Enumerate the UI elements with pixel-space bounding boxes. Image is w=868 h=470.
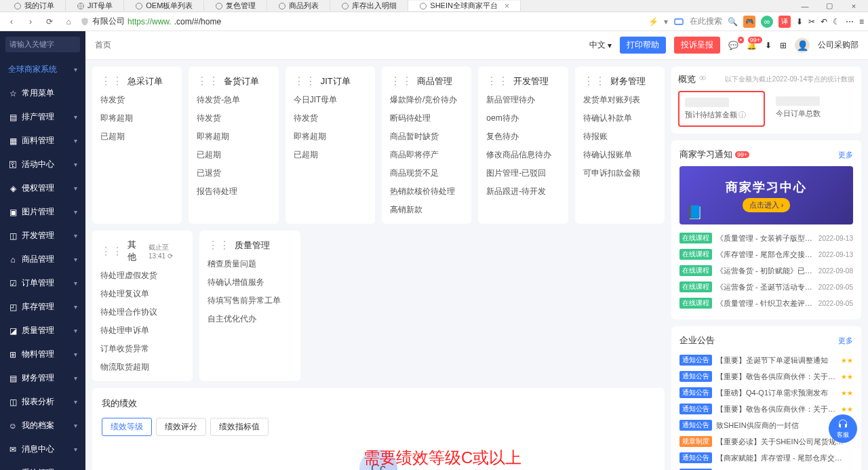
translate-icon[interactable]: 译 xyxy=(778,16,791,28)
overview-orders[interactable]: 今日订单总数 xyxy=(770,91,854,127)
card-link[interactable]: 待确认报账单 xyxy=(583,149,656,161)
close-button[interactable]: × xyxy=(842,0,865,12)
notice-row[interactable]: 通知公告致SHEIN供应商的一封信★★ xyxy=(679,417,853,433)
card-link[interactable]: 今日JIT母单 xyxy=(294,94,367,106)
study-banner[interactable]: 📘 商家学习中心 点击进入 › xyxy=(679,166,853,224)
perf-tab-score[interactable]: 绩效评分 xyxy=(156,418,206,436)
sidebar-item-activity[interactable]: ⚿活动中心▾ xyxy=(0,153,85,176)
home-button[interactable]: ⌂ xyxy=(61,14,76,29)
notice-row[interactable]: 通知公告【商家赋能】库存管理 - 尾部仓库交接流程培训（线… xyxy=(679,450,853,466)
support-button[interactable]: 客服 xyxy=(829,414,857,443)
close-icon[interactable]: × xyxy=(505,1,509,11)
sidebar-item-profile[interactable]: ☺我的档案▾ xyxy=(0,414,85,437)
tab-jit[interactable]: JIT母单 xyxy=(66,1,124,11)
notice-row[interactable]: 在线课程《运营备货 - 初阶赋能》已发布，请按时参与！2022-09-08 xyxy=(679,262,853,279)
card-link[interactable]: 断码待处理 xyxy=(390,113,463,124)
search-placeholder[interactable]: 在此搜索 xyxy=(690,16,722,27)
download-icon[interactable]: ⬇ xyxy=(796,17,803,26)
notice-row[interactable]: 在线课程《质量管理 - 针织卫衣差评总结》已发布，请…2022-09-05 xyxy=(679,295,853,311)
sidebar-item-common[interactable]: ☆常用菜单 xyxy=(0,81,85,105)
card-link[interactable]: 待发货 xyxy=(294,113,367,124)
feedback-button[interactable]: 投诉呈报 xyxy=(674,37,720,54)
card-link[interactable]: 爆款降价/竞价待办 xyxy=(390,94,463,106)
sidebar-item-image[interactable]: ▣图片管理▾ xyxy=(0,200,85,224)
card-link[interactable]: 已超期 xyxy=(100,131,174,142)
language-selector[interactable]: 中文▾ xyxy=(589,39,612,51)
card-link[interactable]: 热销款核价待处理 xyxy=(390,186,463,197)
card-link[interactable]: 商品即将停产 xyxy=(390,149,463,161)
qr-icon[interactable]: ⊞ xyxy=(780,41,787,50)
chevron-down-icon[interactable]: ▾ xyxy=(664,17,668,26)
menu-icon[interactable]: ≡ xyxy=(859,17,864,26)
maximize-button[interactable]: ▢ xyxy=(818,0,841,12)
refresh-button[interactable]: ⟳ xyxy=(42,14,57,29)
card-link[interactable]: 自主优化代办 xyxy=(208,313,292,325)
more-icon[interactable]: ⋯ xyxy=(846,17,854,26)
eye-icon[interactable] xyxy=(698,74,707,82)
sidebar-item-dev[interactable]: ◫开发管理▾ xyxy=(0,224,85,248)
avatar[interactable]: 👤 xyxy=(795,38,810,53)
perf-tab-index[interactable]: 绩效指标值 xyxy=(210,418,269,436)
card-link[interactable]: 待处理合作协议 xyxy=(100,307,184,318)
notice-row[interactable]: 通知公告【重要】敬告各供应商伙伴：关于供应商"躺赢"违…★★ xyxy=(679,368,853,385)
search-icon[interactable]: 🔍 xyxy=(728,17,738,26)
notice-row[interactable]: 在线课程《质量管理 - 女装裤子版型定义规范培训》已…2022-09-13 xyxy=(679,230,853,246)
card-link[interactable]: 稽查质量问题 xyxy=(208,258,292,270)
card-link[interactable]: 复色待办 xyxy=(486,131,559,142)
banner-button[interactable]: 点击进入 › xyxy=(743,198,791,212)
tab-goods[interactable]: 商品列表 xyxy=(267,1,330,11)
sidebar-item-report[interactable]: ◫报表分析▾ xyxy=(0,390,85,414)
card-link[interactable]: 新品管理待办 xyxy=(486,94,559,106)
more-link[interactable]: 更多 xyxy=(838,150,853,160)
card-link[interactable]: 新品跟进-待开发 xyxy=(486,186,559,197)
sidebar-item-finance[interactable]: ▤财务管理▾ xyxy=(0,366,85,390)
print-help-button[interactable]: 打印帮助 xyxy=(620,37,666,54)
sidebar-item-material[interactable]: ⊞物料管理▾ xyxy=(0,342,85,366)
undo-icon[interactable]: ↶ xyxy=(821,17,827,26)
card-link[interactable]: 待确认补款单 xyxy=(583,113,656,124)
card-link[interactable]: 即将超期 xyxy=(100,113,174,124)
card-link[interactable]: 待确认增值服务 xyxy=(208,277,292,288)
card-link[interactable]: 待处理复议单 xyxy=(100,288,184,300)
moon-icon[interactable]: ☾ xyxy=(833,17,840,26)
overview-settlement[interactable]: 预计待结算金额 ⓘ xyxy=(678,91,765,127)
notice-row[interactable]: 在线课程《库存管理 - 尾部仓库交接流程培训》已发…2022-09-13 xyxy=(679,246,853,262)
sidebar-item-quality[interactable]: ◪质量管理▾ xyxy=(0,319,85,342)
minimize-button[interactable]: ― xyxy=(793,0,816,12)
info-icon[interactable]: ⓘ xyxy=(738,110,746,120)
sidebar-search[interactable]: 请输入关键字 xyxy=(5,37,80,52)
card-link[interactable]: oem待办 xyxy=(486,113,559,124)
card-link[interactable]: 商品暂时缺货 xyxy=(390,131,463,142)
lightning-icon[interactable]: ⚡ xyxy=(648,17,658,26)
sidebar-item-global[interactable]: 全球商家系统▾ xyxy=(0,58,85,81)
tab-fuse[interactable]: 复色管理 xyxy=(204,1,267,11)
card-link[interactable]: 可申诉扣款金额 xyxy=(583,168,656,179)
notice-row[interactable]: 通知公告【商家赋能】质量管理 - 标码&大码女装裤版型定义规… xyxy=(679,466,853,470)
chat-icon[interactable]: 💬• xyxy=(728,41,738,50)
sidebar-item-goods[interactable]: ⌂商品管理▾ xyxy=(0,248,85,271)
sidebar-item-schedule[interactable]: ▤排产管理▾ xyxy=(0,105,85,129)
notice-row[interactable]: 通知公告【重要】敬告各供应商伙伴：关于供应商"寄存"违反…★★ xyxy=(679,401,853,417)
card-link[interactable]: 待发货-急单 xyxy=(197,94,270,106)
card-link[interactable]: 商品现货不足 xyxy=(390,168,463,179)
sidebar-item-system[interactable]: ⚙系统管理▾ xyxy=(0,461,85,470)
card-link[interactable]: 待报账 xyxy=(583,131,656,142)
url-field[interactable]: 有限公司 https://www. .com/#/home xyxy=(80,16,644,27)
scissors-icon[interactable]: ✂ xyxy=(808,17,815,26)
card-link[interactable]: 已超期 xyxy=(197,149,270,161)
card-link[interactable]: 图片管理-已驳回 xyxy=(486,168,559,179)
sidebar-item-stock[interactable]: ◰库存管理▾ xyxy=(0,295,85,319)
card-link[interactable]: 订单收货异常 xyxy=(100,343,184,355)
card-link[interactable]: 待处理虚假发货 xyxy=(100,270,184,281)
card-link[interactable]: 待处理申诉单 xyxy=(100,325,184,336)
download-icon[interactable]: ⬇ xyxy=(765,41,772,50)
card-link[interactable]: 待发货 xyxy=(100,94,174,106)
notice-row[interactable]: 规章制度【重要必读】关于SHEIN公司尾货规范处理的通知 xyxy=(679,433,853,450)
tab-oem[interactable]: OEM板单列表 xyxy=(124,1,204,11)
sidebar-item-rights[interactable]: ◈侵权管理▾ xyxy=(0,176,85,200)
tab-my-orders[interactable]: 我的订单 xyxy=(3,1,66,11)
back-button[interactable]: ‹ xyxy=(4,14,19,29)
notice-row[interactable]: 通知公告【重要】圣诞节下单逻辑调整通知★★ xyxy=(679,352,853,368)
card-link[interactable]: 高销新款 xyxy=(390,204,463,216)
perf-tab-grade[interactable]: 绩效等级 xyxy=(102,418,152,436)
